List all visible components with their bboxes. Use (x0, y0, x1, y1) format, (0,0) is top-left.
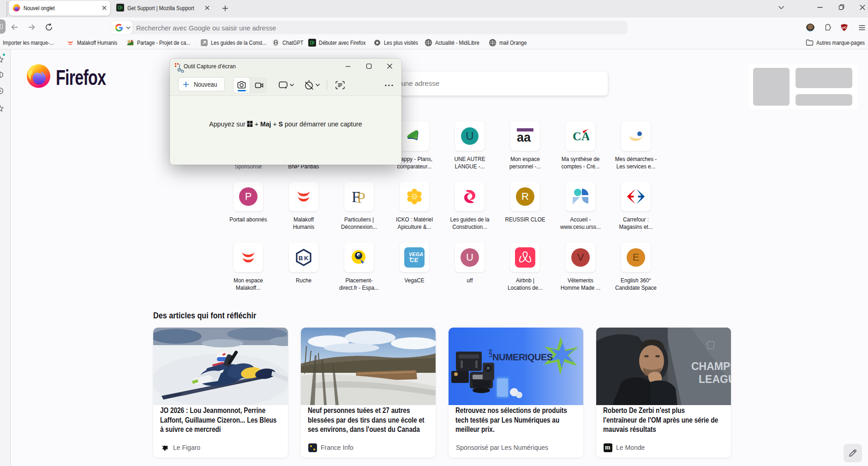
svg-text:P: P (357, 189, 365, 206)
svg-text:LES: LES (488, 349, 493, 357)
svg-text:F: F (164, 445, 168, 452)
svg-text:LEAGUE: LEAGUE (699, 373, 731, 385)
svg-text:CA: CA (573, 130, 589, 143)
svg-text:CE: CE (410, 257, 418, 263)
svg-text:uO: uO (842, 26, 847, 29)
svg-text:NUMERIQUES: NUMERIQUES (492, 352, 553, 362)
svg-text:B: B (299, 255, 303, 262)
svg-text:CHAMPIO: CHAMPIO (691, 360, 731, 372)
svg-text:K: K (304, 255, 309, 262)
